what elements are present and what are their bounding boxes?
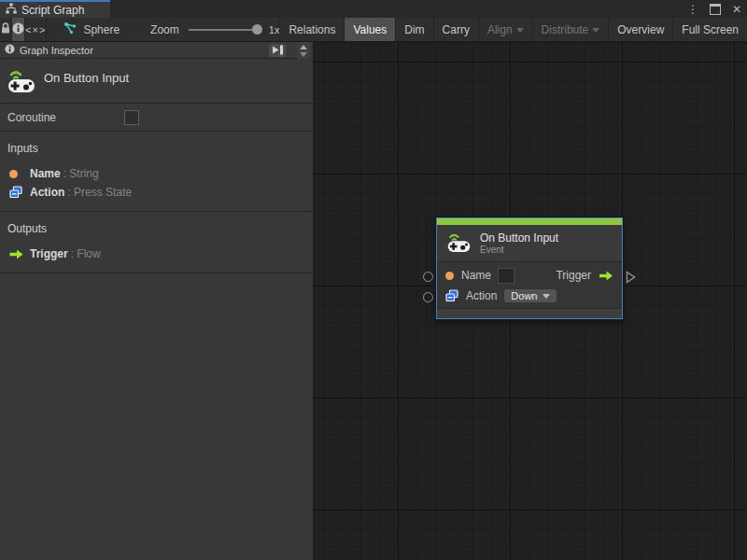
string-port-icon [9,170,30,178]
window-menu-icon[interactable]: ⋮ [687,4,698,15]
action-port-label: Action [466,289,497,302]
graph-inspector-toggle-button[interactable] [12,18,25,41]
inputs-header: Inputs [0,132,313,164]
action-port-hint-circle[interactable] [423,292,433,302]
graph-owner-label[interactable]: Sphere [83,23,120,36]
node-body: Name Trigger [437,262,622,308]
distribute-dropdown-button[interactable]: Distribute [533,18,610,41]
tab-script-graph[interactable]: Script Graph [0,0,110,18]
dim-button[interactable]: Dim [396,18,433,41]
graph-canvas[interactable]: On Button Input Event Name Trigger [314,42,747,560]
scroll-down-icon[interactable] [300,52,307,57]
lock-icon [0,21,11,37]
graph-pointer-icon [63,21,77,37]
trigger-port-label: Trigger [556,269,591,282]
coroutine-row: Coroutine [0,104,313,132]
zoom-slider-handle[interactable] [252,24,262,35]
scroll-up-icon[interactable] [300,45,307,49]
action-dropdown[interactable]: Down [504,289,557,302]
graph-inspector-title: Graph Inspector [20,45,93,56]
name-port-row: Name Trigger [445,265,613,286]
flow-port-icon [9,249,30,259]
input-row-name: Name : String [0,164,313,183]
on-button-input-node[interactable]: On Button Input Event Name Trigger [436,217,623,319]
inputs-section: Inputs Name : String Action : [0,132,313,212]
coroutine-label: Coroutine [7,111,124,124]
name-port-label: Name [461,269,491,282]
window-controls: ⋮ ✕ [687,0,741,18]
name-port-hint-circle[interactable] [423,272,433,282]
string-port-icon[interactable] [445,272,454,280]
full-screen-button[interactable]: Full Screen [673,18,747,41]
name-value-input[interactable] [498,268,514,284]
node-footer [437,308,622,318]
info-icon [5,44,15,56]
trigger-port-hint-triangle[interactable] [626,271,636,287]
output-row-trigger: Trigger : Flow [0,245,313,263]
maximize-icon[interactable] [710,4,721,15]
zoom-label: Zoom [150,23,179,36]
code-icon: <×> [25,24,46,35]
graph-inspector-panel: Graph Inspector [0,42,314,560]
zoom-value: 1x [269,24,280,35]
align-dropdown-button[interactable]: Align [479,18,533,41]
coroutine-checkbox[interactable] [124,110,139,125]
action-port-row: Action Down [445,286,613,306]
script-graph-window: Script Graph ⋮ ✕ [0,0,747,560]
code-view-button[interactable]: <×> [25,18,47,41]
overview-button[interactable]: Overview [609,18,673,41]
gamepad-icon [446,231,472,257]
lock-button[interactable] [0,18,12,41]
graph-inspector-header: Graph Inspector [0,42,313,59]
node-title: On Button Input [480,231,558,245]
toolbar-buttons: Relations Values Dim Carry Align Distrib… [280,18,747,41]
chevron-down-icon [543,294,550,299]
input-row-action: Action : Press State [0,183,313,202]
outputs-section: Outputs Trigger : Flow [0,212,313,273]
zoom-slider[interactable] [189,29,261,31]
info-icon [12,22,24,37]
inspector-scroll-spinner [297,42,310,59]
close-icon[interactable]: ✕ [732,4,741,15]
dock-right-icon [272,45,284,55]
chevron-down-icon [592,28,599,33]
chevron-down-icon [516,28,524,33]
graph-context-segment: Sphere Zoom 1x [47,18,280,41]
unit-header: On Button Input [0,59,313,104]
unit-title: On Button Input [44,71,129,85]
node-subtitle: Event [480,245,558,256]
dock-inspector-button[interactable] [269,44,286,57]
carry-button[interactable]: Carry [434,18,479,41]
enum-port-icon [9,186,30,199]
relations-button[interactable]: Relations [280,18,345,41]
event-color-bar [437,218,622,225]
gamepad-icon [7,67,36,97]
flow-port-icon[interactable] [599,271,613,281]
tab-bar: Script Graph ⋮ ✕ [0,0,747,18]
enum-port-icon[interactable] [445,289,458,302]
action-dropdown-value: Down [511,290,537,301]
graph-toolbar: <×> Sphere Zoom 1x Relations Values Dim [0,18,747,42]
tab-label: Script Graph [21,4,84,17]
node-header[interactable]: On Button Input Event [437,225,622,262]
outputs-header: Outputs [0,212,313,245]
values-button[interactable]: Values [345,18,396,41]
script-graph-icon [6,3,17,17]
